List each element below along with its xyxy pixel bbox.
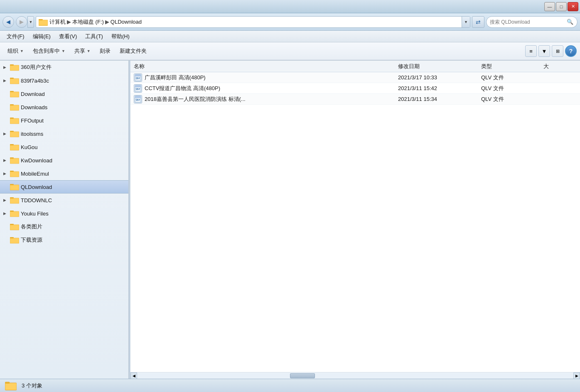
scroll-track[interactable] [137, 373, 573, 379]
new-folder-button[interactable]: 新建文件夹 [116, 44, 151, 59]
svg-rect-17 [10, 144, 14, 145]
svg-rect-16 [10, 145, 19, 150]
status-folder-icon [5, 380, 17, 392]
file-type-2: QLV 文件 [481, 96, 543, 103]
search-input[interactable] [490, 19, 565, 25]
scroll-left-button[interactable]: ◀ [130, 372, 137, 379]
content-area: 名称 修改日期 类型 大 [130, 61, 580, 379]
file-name-2: QLV 2018嘉善县第一人民医院消防演练 标清(... [134, 95, 398, 103]
menu-edit[interactable]: 编辑(E) [29, 32, 54, 42]
sidebar-label-ffoutput: FFOutput [21, 118, 44, 124]
refresh-button[interactable]: ⇄ [472, 16, 484, 28]
col-date-label: 修改日期 [398, 63, 420, 69]
sidebar-item-mobileemul[interactable]: ▶ MobileEmul [0, 167, 128, 180]
breadcrumb-text: 计算机 ▶ 本地磁盘 (F:) ▶ QLDownload [49, 18, 142, 26]
sidebar-item-360[interactable]: ▶ 360用户文件 [0, 61, 128, 74]
col-header-name[interactable]: 名称 [134, 63, 398, 70]
scroll-thumb[interactable] [290, 373, 315, 378]
path-dropdown[interactable]: ▼ [462, 16, 470, 28]
sidebar-item-839[interactable]: ▶ 839f7a4b3c [0, 74, 128, 87]
view-options-button[interactable]: ≡ [525, 45, 537, 57]
svg-rect-20 [10, 172, 19, 177]
col-header-type[interactable]: 类型 [481, 63, 543, 70]
svg-text:QLV: QLV [136, 88, 140, 90]
view-dropdown-arrow: ▼ [542, 48, 547, 54]
svg-rect-4 [10, 65, 19, 71]
svg-rect-12 [10, 118, 19, 124]
back-icon: ◀ [6, 19, 10, 25]
folder-icon-downloads [10, 103, 19, 111]
search-container: 🔍 [486, 16, 578, 28]
nav-dropdown[interactable]: ▼ [27, 16, 34, 28]
help-button[interactable]: ? [565, 45, 577, 57]
burn-button[interactable]: 刻录 [96, 44, 115, 59]
back-button[interactable]: ◀ [2, 16, 14, 28]
menu-help[interactable]: 帮助(H) [108, 32, 133, 42]
share-label: 共享 [74, 47, 85, 55]
refresh-icon: ⇄ [476, 19, 481, 25]
file-date-1: 2021/3/11 15:42 [398, 85, 481, 91]
folder-icon-tddownlc [10, 196, 19, 204]
menu-tools[interactable]: 工具(T) [82, 32, 106, 42]
sidebar-label-360: 360用户文件 [21, 64, 52, 71]
col-header-date[interactable]: 修改日期 [398, 63, 481, 70]
folder-icon-839 [10, 77, 19, 84]
sidebar-item-tddownlc[interactable]: ▶ TDDOWNLC [0, 194, 128, 207]
burn-label: 刻录 [100, 47, 111, 55]
folder-icon-qldownload [10, 183, 19, 191]
share-button[interactable]: 共享 ▼ [70, 44, 95, 59]
svg-text:QLV: QLV [136, 77, 140, 79]
qlv-file-icon-1: QLV [134, 84, 142, 93]
sidebar-item-kugou[interactable]: KuGou [0, 140, 128, 154]
col-size-label: 大 [543, 63, 549, 69]
organize-label: 组织 [7, 47, 18, 55]
address-path[interactable]: 计算机 ▶ 本地磁盘 (F:) ▶ QLDownload [36, 18, 462, 26]
svg-rect-26 [10, 211, 19, 217]
table-row[interactable]: QLV CCTV报道广昌物流 高清(480P) 2021/3/11 15:42 … [130, 83, 580, 94]
sidebar-item-kwdownload[interactable]: ▶ KwDownload [0, 154, 128, 167]
table-row[interactable]: QLV 广昌溪畔彭田 高清(480P) 2021/3/17 10:33 QLV … [130, 72, 580, 83]
sidebar-item-qldownload[interactable]: QLDownload [0, 180, 128, 194]
file-list[interactable]: QLV 广昌溪畔彭田 高清(480P) 2021/3/17 10:33 QLV … [130, 72, 580, 372]
minimize-button[interactable]: — [544, 2, 555, 11]
folder-icon-download [10, 90, 19, 98]
maximize-button[interactable]: □ [556, 2, 567, 11]
sidebar-item-ffoutput[interactable]: FFOutput [0, 114, 128, 127]
svg-rect-42 [5, 382, 10, 383]
svg-rect-23 [10, 184, 14, 185]
col-header-size[interactable]: 大 [543, 63, 577, 70]
toolbar-right: ≡ ▼ ⊞ ? [525, 45, 577, 57]
search-button[interactable]: 🔍 [566, 18, 574, 26]
svg-rect-30 [10, 238, 19, 243]
svg-rect-19 [10, 157, 14, 159]
scroll-right-button[interactable]: ▶ [573, 372, 580, 379]
address-bar: ◀ ▶ ▼ 计算机 ▶ 本地磁盘 (F:) ▶ QLDownload ▼ ⇄ [0, 13, 580, 31]
sidebar-item-downloads[interactable]: Downloads [0, 100, 128, 114]
menu-file[interactable]: 文件(F) [3, 32, 28, 42]
sidebar-item-youku[interactable]: ▶ Youku Files [0, 207, 128, 220]
include-library-button[interactable]: 包含到库中 ▼ [29, 44, 69, 59]
view-arrow-button[interactable]: ▼ [538, 45, 550, 57]
toolbar: 组织 ▼ 包含到库中 ▼ 共享 ▼ 刻录 新建文件夹 ≡ ▼ ⊞ ? [0, 42, 580, 61]
menu-view[interactable]: 查看(V) [56, 32, 80, 42]
folder-icon-youku [10, 210, 19, 217]
help-icon: ? [569, 48, 573, 54]
table-row[interactable]: QLV 2018嘉善县第一人民医院消防演练 标清(... 2021/3/11 1… [130, 94, 580, 105]
sidebar-label-mobileemul: MobileEmul [21, 171, 49, 177]
svg-rect-11 [10, 104, 14, 105]
sidebar-item-xzziyuan[interactable]: 下载资源 [0, 233, 128, 247]
horizontal-scrollbar[interactable]: ◀ ▶ [130, 372, 580, 379]
pane-toggle-button[interactable]: ⊞ [552, 45, 563, 57]
svg-rect-2 [39, 20, 48, 25]
sidebar-item-images[interactable]: 各类图片 [0, 220, 128, 233]
sidebar-scroll[interactable]: ▶ 360用户文件 ▶ 839f7a4b3c [0, 61, 128, 379]
close-button[interactable]: ✕ [568, 2, 578, 11]
sidebar-item-itoolssms[interactable]: ▶ itoolssms [0, 127, 128, 140]
sidebar-label-839: 839f7a4b3c [21, 78, 49, 84]
expand-arrow-kwdownload: ▶ [3, 158, 8, 162]
forward-button[interactable]: ▶ [16, 16, 27, 28]
sidebar-item-download[interactable]: Download [0, 87, 128, 100]
title-bar: — □ ✕ [0, 0, 580, 13]
file-date-0: 2021/3/17 10:33 [398, 74, 481, 81]
organize-button[interactable]: 组织 ▼ [3, 44, 28, 59]
